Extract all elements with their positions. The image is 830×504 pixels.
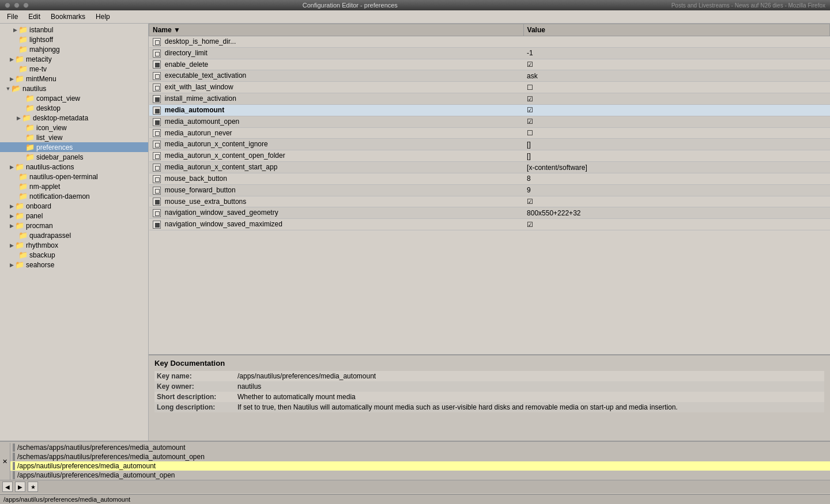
close-search-icon[interactable]: ✕: [2, 458, 7, 465]
key-name: enable_delete: [165, 60, 208, 69]
table-row[interactable]: media_autorun_never ☐: [149, 127, 830, 139]
sidebar-item-notification-daemon[interactable]: 📁 notification-daemon: [0, 191, 148, 201]
key-name: executable_text_activation: [165, 71, 246, 79]
sidebar-label-sidebar-panels: sidebar_panels: [36, 153, 83, 161]
key-owner-label: Key owner:: [154, 381, 235, 392]
sidebar-item-quadrapassel[interactable]: 📁 quadrapassel: [0, 230, 148, 240]
key-icon: [153, 72, 161, 80]
sidebar-label-nautilus-actions: nautilus-actions: [26, 163, 74, 171]
key-icon: [153, 221, 161, 229]
folder-icon-list-view: 📁: [25, 133, 35, 142]
table-row[interactable]: navigation_window_saved_maximized ☑: [149, 219, 830, 230]
folder-icon-procman: 📁: [15, 221, 24, 230]
key-value: ☑: [523, 104, 829, 116]
menu-bookmarks[interactable]: Bookmarks: [46, 12, 90, 22]
table-row-media-automount[interactable]: media_automount ☑: [149, 104, 830, 116]
sidebar-item-nautilus-open-terminal[interactable]: 📁 nautilus-open-terminal: [0, 172, 148, 181]
search-row-1[interactable]: /schemas/apps/nautilus/preferences/media…: [10, 443, 830, 452]
table-row[interactable]: enable_delete ☑: [149, 59, 830, 70]
menu-edit[interactable]: Edit: [24, 12, 45, 22]
search-path-4: /apps/nautilus/preferences/media_automou…: [17, 471, 175, 479]
sidebar-item-sidebar-panels[interactable]: 📁 sidebar_panels: [0, 152, 148, 162]
sidebar-item-onboard[interactable]: ▶ 📁 onboard: [0, 201, 148, 211]
key-icon: [153, 175, 161, 183]
table-row[interactable]: directory_limit -1: [149, 47, 830, 59]
table-row[interactable]: navigation_window_saved_geometry 800x550…: [149, 207, 830, 219]
window-title: Configuration Editor - preferences: [32, 2, 668, 9]
key-value: ☑: [523, 219, 829, 230]
table-row[interactable]: media_autorun_x_content_start_app [x-con…: [149, 162, 830, 173]
sidebar-item-preferences[interactable]: 📁 preferences: [0, 142, 148, 152]
bookmark-icon[interactable]: ★: [28, 482, 38, 492]
arrow-mintmenu: ▶: [8, 76, 15, 82]
sidebar-item-icon-view[interactable]: 📁 icon_view: [0, 123, 148, 132]
key-name: navigation_window_saved_geometry: [165, 209, 278, 217]
sidebar-item-desktop[interactable]: 📁 desktop: [0, 103, 148, 113]
folder-icon-istanbul: 📁: [18, 25, 28, 34]
key-value: 8: [523, 173, 829, 184]
sidebar-item-sbackup[interactable]: 📁 sbackup: [0, 250, 148, 260]
menu-file[interactable]: File: [2, 12, 22, 22]
search-row-2[interactable]: /schemas/apps/nautilus/preferences/media…: [10, 452, 830, 461]
status-path: /apps/nautilus/preferences/media_automou…: [3, 496, 130, 503]
key-icon: [153, 198, 161, 206]
table-row[interactable]: exit_with_last_window ☐: [149, 82, 830, 93]
sidebar-item-mahjongg[interactable]: 📁 mahjongg: [0, 44, 148, 54]
sidebar-label-compact-view: compact_view: [36, 94, 80, 103]
table-row[interactable]: install_mime_activation ☑: [149, 93, 830, 105]
folder-icon-metacity: 📁: [15, 55, 24, 63]
key-value: ☐: [523, 82, 829, 93]
menu-help[interactable]: Help: [91, 12, 115, 22]
search-row-3[interactable]: /apps/nautilus/preferences/media_automou…: [10, 461, 830, 471]
sidebar-item-me-tv[interactable]: 📁 me-tv: [0, 64, 148, 74]
key-icon: [153, 187, 161, 195]
sidebar-item-metacity[interactable]: ▶ 📁 metacity: [0, 54, 148, 64]
nav-back-icon[interactable]: ◀: [2, 482, 13, 492]
arrow-onboard: ▶: [8, 203, 15, 209]
key-icon: [153, 107, 161, 115]
sidebar-item-lightsoff[interactable]: 📁 lightsoff: [0, 35, 148, 44]
table-row[interactable]: media_autorun_x_content_open_folder []: [149, 150, 830, 162]
sidebar-item-rhythmbox[interactable]: ▶ 📁 rhythmbox: [0, 240, 148, 250]
sidebar-item-desktop-metadata[interactable]: ▶ 📁 desktop-metadata: [0, 113, 148, 123]
table-row[interactable]: media_autorun_x_content_ignore []: [149, 139, 830, 150]
sidebar-item-nautilus[interactable]: ▼ 📂 nautilus: [0, 84, 148, 93]
window-subtitle: Posts and Livestreams - News auf N26 die…: [671, 2, 825, 9]
sidebar-item-seahorse[interactable]: ▶ 📁 seahorse: [0, 260, 148, 270]
sidebar-item-istanbul[interactable]: ▶ 📁 istanbul: [0, 25, 148, 35]
table-row[interactable]: mouse_use_extra_buttons ☑: [149, 196, 830, 207]
key-doc-heading: Key Documentation: [154, 359, 824, 367]
key-value: []: [523, 150, 829, 162]
sidebar-item-list-view[interactable]: 📁 list_view: [0, 132, 148, 142]
sidebar-item-panel[interactable]: ▶ 📁 panel: [0, 211, 148, 221]
sidebar-label-rhythmbox: rhythmbox: [26, 241, 58, 249]
table-row[interactable]: media_automount_open ☑: [149, 116, 830, 127]
sidebar-label-preferences: preferences: [36, 143, 73, 151]
key-value: ☑: [523, 196, 829, 207]
key-name-label: Key name:: [154, 371, 235, 381]
config-table-area[interactable]: Name ▼ Value desktop_is_home_dir...: [149, 24, 830, 354]
folder-icon-panel: 📁: [15, 211, 24, 220]
folder-icon-mahjongg: 📁: [18, 45, 28, 54]
nav-forward-icon[interactable]: ▶: [15, 482, 25, 492]
folder-icon-notification-daemon: 📁: [18, 192, 28, 200]
sidebar-label-mahjongg: mahjongg: [29, 46, 60, 54]
key-name: media_autorun_x_content_ignore: [165, 140, 268, 148]
sidebar-label-mintmenu: mintMenu: [26, 75, 56, 83]
sidebar-item-mintmenu[interactable]: ▶ 📁 mintMenu: [0, 74, 148, 84]
col-name[interactable]: Name ▼: [149, 24, 524, 36]
key-name: mouse_use_extra_buttons: [165, 198, 246, 206]
search-row-4[interactable]: /apps/nautilus/preferences/media_automou…: [10, 471, 830, 480]
sidebar-item-nautilus-actions[interactable]: ▶ 📁 nautilus-actions: [0, 162, 148, 172]
window-dot-3: [23, 2, 29, 8]
col-value[interactable]: Value: [523, 24, 829, 36]
menu-bar: File Edit Bookmarks Help: [0, 10, 830, 24]
sidebar-item-procman[interactable]: ▶ 📁 procman: [0, 221, 148, 230]
table-row[interactable]: desktop_is_home_dir...: [149, 36, 830, 48]
sidebar-item-nm-applet[interactable]: 📁 nm-applet: [0, 181, 148, 191]
table-row[interactable]: executable_text_activation ask: [149, 70, 830, 82]
sidebar-item-compact-view[interactable]: 📁 compact_view: [0, 93, 148, 103]
key-name: media_autorun_x_content_open_folder: [165, 151, 285, 160]
table-row[interactable]: mouse_back_button 8: [149, 173, 830, 184]
table-row[interactable]: mouse_forward_button 9: [149, 184, 830, 196]
